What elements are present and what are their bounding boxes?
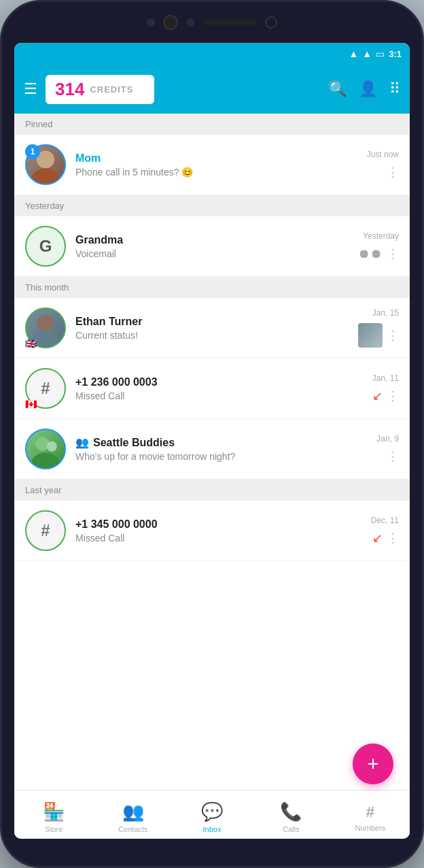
unread-badge-mom: 1 <box>25 144 40 159</box>
conversation-item-mom[interactable]: 1 Mom Phone call in 5 minutes? 😊 Just no… <box>14 135 410 195</box>
conv-time-phone2: Dec, 11 <box>371 516 399 525</box>
nav-label-numbers: Numbers <box>355 824 386 832</box>
menu-button[interactable]: ☰ <box>24 80 37 98</box>
svg-point-7 <box>31 453 59 469</box>
conv-actions-phone1: ↙ ⋮ <box>372 388 399 403</box>
conversation-item-ethan[interactable]: 🇬🇧 Ethan Turner Current status! Jan, 15 … <box>14 298 410 358</box>
front-camera <box>265 16 277 29</box>
contacts-icon: 👥 <box>122 801 144 822</box>
nav-item-store[interactable]: 🏪 Store <box>14 796 93 833</box>
avatar-initial-grandma: G <box>39 237 52 256</box>
conv-preview-ethan: Current status! <box>75 330 351 341</box>
avatar-phone2: # <box>25 510 66 551</box>
nav-item-calls[interactable]: 📞 Calls <box>251 796 330 833</box>
conv-name-ethan: Ethan Turner <box>75 316 351 328</box>
credits-number: 314 <box>55 79 84 100</box>
svg-point-5 <box>35 437 50 451</box>
avatar-initial-phone1: # <box>41 379 50 398</box>
conv-preview-phone2: Missed Call <box>75 533 364 544</box>
nav-item-inbox[interactable]: 💬 Inbox <box>173 796 251 833</box>
conv-meta-ethan: Jan, 15 ⋮ <box>358 308 399 348</box>
conv-meta-mom: Just now ⋮ <box>367 150 399 180</box>
status-bar: ▲ ▲ ▭ 3:1 <box>14 43 410 65</box>
avatar-wrap-phone2: # <box>25 510 66 551</box>
conversation-item-grandma[interactable]: G Grandma Voicemail Yesterday ⏺⏺ ⋮ <box>14 216 410 277</box>
inbox-icon: 💬 <box>201 801 223 822</box>
thumb-preview-ethan <box>358 323 383 348</box>
conv-name-seattle: 👥 Seattle Buddies <box>75 436 370 449</box>
conversation-list: Pinned 1 Mom Phone cal <box>14 114 410 790</box>
conv-content-grandma: Grandma Voicemail <box>75 234 351 259</box>
missed-call-icon-phone2: ↙ <box>372 531 383 546</box>
more-dots-phone1[interactable]: ⋮ <box>387 388 399 403</box>
contact-icon[interactable]: 👤 <box>359 80 377 98</box>
credits-badge[interactable]: 314 CREDITS <box>46 75 154 104</box>
avatar-wrap-grandma: G <box>25 226 66 267</box>
conv-preview-seattle: Who's up for a movie tomorrow night? <box>75 451 370 462</box>
flag-uk: 🇬🇧 <box>25 339 40 348</box>
conv-time-seattle: Jan, 9 <box>376 434 399 444</box>
more-dots-ethan[interactable]: ⋮ <box>387 328 399 343</box>
bottom-nav: 🏪 Store 👥 Contacts 💬 Inbox 📞 Calls # Num… <box>14 790 410 839</box>
conv-preview-grandma: Voicemail <box>75 248 351 259</box>
missed-call-icon-phone1: ↙ <box>372 388 383 403</box>
search-icon[interactable]: 🔍 <box>328 80 347 98</box>
nav-item-numbers[interactable]: # Numbers <box>331 798 410 832</box>
conv-time-grandma: Yesterday <box>363 231 399 241</box>
nav-label-inbox: Inbox <box>203 825 222 833</box>
conv-time-ethan: Jan, 15 <box>372 308 399 318</box>
more-dots-mom[interactable]: ⋮ <box>387 165 399 180</box>
avatar-wrap-mom: 1 <box>25 144 66 185</box>
camera-dot2 <box>186 18 194 27</box>
conv-name-mom: Mom <box>75 152 360 165</box>
conv-content-phone1: +1 236 000 0003 Missed Call <box>75 376 366 401</box>
phone-frame: ▲ ▲ ▭ 3:1 ☰ 314 CREDITS 🔍 👤 ⠿ Pinned <box>0 0 424 868</box>
section-last-year: Last year <box>14 480 410 501</box>
fab-button[interactable]: + <box>353 744 393 784</box>
voicemail-icon: ⏺⏺ <box>358 247 383 261</box>
conv-content-seattle: 👥 Seattle Buddies Who's up for a movie t… <box>75 436 370 462</box>
speaker <box>202 20 257 25</box>
conv-time-phone1: Jan, 11 <box>372 373 399 383</box>
avatar-wrap-seattle <box>25 429 66 469</box>
conv-meta-phone2: Dec, 11 ↙ ⋮ <box>371 516 399 546</box>
nav-label-contacts: Contacts <box>118 825 147 833</box>
conv-preview-mom: Phone call in 5 minutes? 😊 <box>75 167 360 178</box>
avatar-seattle <box>25 429 66 469</box>
more-dots-phone2[interactable]: ⋮ <box>387 531 399 546</box>
more-dots-seattle[interactable]: ⋮ <box>387 449 399 464</box>
avatar-wrap-ethan: 🇬🇧 <box>25 307 66 348</box>
phone-top <box>2 2 422 43</box>
conv-actions-ethan: ⋮ <box>358 323 399 348</box>
credits-label: CREDITS <box>90 84 133 95</box>
nav-label-store: Store <box>45 825 63 833</box>
conversation-item-phone2[interactable]: # +1 345 000 0000 Missed Call Dec, 11 ↙ … <box>14 501 410 561</box>
conv-meta-phone1: Jan, 11 ↙ ⋮ <box>372 373 399 403</box>
seattle-avatar-svg <box>26 429 65 469</box>
svg-point-3 <box>37 314 54 331</box>
more-dots-grandma[interactable]: ⋮ <box>387 246 399 261</box>
avatar-initial-phone2: # <box>41 521 50 540</box>
header-icons: 🔍 👤 ⠿ <box>328 80 400 98</box>
nav-item-contacts[interactable]: 👥 Contacts <box>93 796 172 833</box>
section-this-month: This month <box>14 277 410 298</box>
keypad-icon[interactable]: ⠿ <box>389 80 400 98</box>
svg-point-1 <box>31 169 59 185</box>
conversation-item-phone1[interactable]: # 🇨🇦 +1 236 000 0003 Missed Call Jan, 11… <box>14 358 410 419</box>
conv-content-mom: Mom Phone call in 5 minutes? 😊 <box>75 152 360 178</box>
section-pinned: Pinned <box>14 114 410 135</box>
conversation-item-seattle[interactable]: 👥 Seattle Buddies Who's up for a movie t… <box>14 419 410 480</box>
section-yesterday: Yesterday <box>14 195 410 216</box>
app-header: ☰ 314 CREDITS 🔍 👤 ⠿ <box>14 65 410 114</box>
avatar-wrap-phone1: # 🇨🇦 <box>25 368 66 409</box>
conv-actions-grandma: ⏺⏺ ⋮ <box>358 246 399 261</box>
conv-name-phone1: +1 236 000 0003 <box>75 376 366 388</box>
conv-content-ethan: Ethan Turner Current status! <box>75 316 351 341</box>
store-icon: 🏪 <box>43 801 65 822</box>
nav-label-calls: Calls <box>283 825 299 833</box>
conv-name-grandma: Grandma <box>75 234 351 246</box>
wifi-icon: ▲ <box>349 48 358 59</box>
signal-icon: ▲ <box>362 48 372 59</box>
avatar-grandma: G <box>25 226 66 267</box>
battery-icon: ▭ <box>376 48 385 59</box>
